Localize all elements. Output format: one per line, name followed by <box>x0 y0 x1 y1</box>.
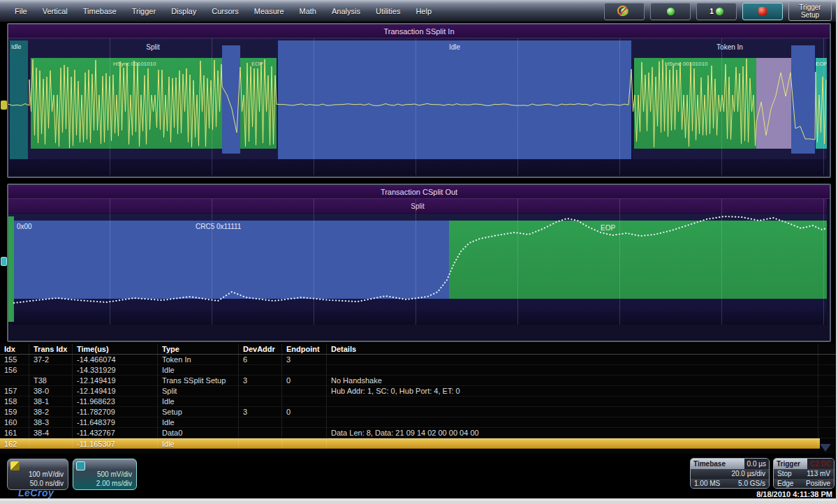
toolbar: 1 Trigger Setup <box>604 1 832 21</box>
trace-descriptor-box-1[interactable]: 100 mV/div 50.0 ns/div <box>7 459 68 490</box>
segment-green-sync <box>31 58 222 149</box>
menu-item-display[interactable]: Display <box>163 4 204 17</box>
menu-item-trigger[interactable]: Trigger <box>124 4 163 17</box>
menu-item-measure[interactable]: Measure <box>247 4 292 17</box>
table-cell <box>327 439 818 448</box>
menu-item-analysis[interactable]: Analysis <box>324 4 368 17</box>
timebase-label: Timebase <box>691 459 744 469</box>
table-cell <box>282 386 327 396</box>
col-header-trans-idx: Trans Idx <box>29 343 73 354</box>
table-cell: 158 <box>0 396 29 406</box>
trigger-box[interactable]: Trigger C2 DC Stop 113 mV Edge Positive <box>773 458 835 489</box>
table-cell: No Handshake <box>327 376 818 385</box>
table-cell: 157 <box>0 386 29 396</box>
status-bar: 100 mV/div 50.0 ns/div 500 mV/div 2.00 m… <box>0 454 838 501</box>
timebase-box[interactable]: Timebase 0.0 µs 20.0 µs/div 1.00 MS 5.0 … <box>690 458 770 489</box>
menu-item-math[interactable]: Math <box>292 4 324 17</box>
eop-label-right: EOP <box>816 61 827 67</box>
table-cell <box>327 407 818 417</box>
trace2-tdiv: 2.00 ms/div <box>78 479 132 488</box>
table-cell: -11.968623 <box>73 396 158 406</box>
trigger-single-button[interactable]: 1 <box>696 3 737 20</box>
table-row[interactable]: 156-14.331929Idle <box>0 365 838 376</box>
trigger-type: Edge <box>777 479 793 489</box>
trigger-setup-label-1: Trigger <box>799 3 821 11</box>
table-cell: Setup <box>158 407 239 417</box>
trigger-stop-button[interactable] <box>742 3 783 20</box>
table-cell <box>282 439 327 448</box>
menu-item-utilities[interactable]: Utilities <box>368 4 408 17</box>
table-body: 15537-2-14.466074Token In63156-14.331929… <box>0 355 838 449</box>
table-cell <box>239 386 282 396</box>
table-cell: Idle <box>158 396 239 406</box>
trace-descriptor-box-2[interactable]: 500 mV/div 2.00 ms/div <box>73 459 137 490</box>
menu-item-vertical[interactable]: Vertical <box>35 4 75 17</box>
table-row[interactable]: 15938-2-11.782709Setup30 <box>0 407 838 417</box>
table-cell <box>29 439 73 448</box>
table-cell: 155 <box>0 355 29 364</box>
table-row[interactable]: 162-11.165307Idle <box>0 438 820 449</box>
eop-label-mid: EOP <box>251 61 263 67</box>
trigger-slope: Positive <box>806 479 830 489</box>
trigger-setup-button[interactable]: Trigger Setup <box>788 1 832 21</box>
table-cell <box>282 396 327 406</box>
panel-bottom-waveform-area[interactable]: Split 0x00 CRC5 0x11111 EOP <box>8 199 827 325</box>
menu-item-help[interactable]: Help <box>408 4 439 17</box>
col-header-type: Type <box>158 343 239 354</box>
table-cell <box>239 439 282 448</box>
table-cell: 38-0 <box>29 386 73 396</box>
no-slash-icon <box>617 6 628 16</box>
trigger-normal-button[interactable] <box>650 3 691 20</box>
segment-idle-middle: Idle <box>278 40 631 159</box>
datetime-label: 8/18/2010 4:11:38 PM <box>756 490 832 498</box>
timebase-offset: 0.0 µs <box>744 459 769 469</box>
single-count-label: 1 <box>710 8 714 15</box>
hsync-label-right: HSync 00101010 <box>665 61 707 67</box>
frame-edge <box>0 498 836 501</box>
table-cell: 3 <box>239 376 282 385</box>
table-row[interactable]: 15537-2-14.466074Token In63 <box>0 355 838 365</box>
table-cell: Hub Addr: 1, SC: 0, Hub Port: 4, ET: 0 <box>327 386 818 396</box>
table-row[interactable]: T38-12.149419Trans SSplit Setup30No Hand… <box>0 376 838 386</box>
trace-marker-top <box>1 101 7 110</box>
table-cell: Trans SSplit Setup <box>158 376 239 385</box>
trigger-auto-button[interactable] <box>604 3 645 20</box>
table-cell: Idle <box>158 439 239 448</box>
segment-eop-right <box>816 58 827 149</box>
table-cell: -11.432767 <box>73 428 158 438</box>
scroll-down-icon[interactable] <box>820 444 831 452</box>
transaction-panel-top[interactable]: Transaction SSplit In Idle Split Idle To… <box>7 23 831 178</box>
table-cell: -14.331929 <box>73 365 158 375</box>
addr-label: 0x00 <box>17 223 32 230</box>
table-cell <box>282 417 327 427</box>
segment-green-sync-right <box>634 58 756 149</box>
table-cell: -11.648379 <box>73 417 158 427</box>
menu-item-timebase[interactable]: Timebase <box>75 4 124 17</box>
panel-top-waveform-area[interactable]: Idle Split Idle Token In HSync 00101010 … <box>8 38 827 175</box>
oscilloscope-screen: FileVerticalTimebaseTriggerDisplayCursor… <box>0 0 838 504</box>
lecroy-logo: LeCroy <box>18 487 54 498</box>
menu-item-cursors[interactable]: Cursors <box>204 4 247 17</box>
table-cell: Idle <box>158 417 239 427</box>
trace2-vdiv: 500 mV/div <box>78 470 132 479</box>
transaction-panel-bottom[interactable]: Transaction CSplit Out Split 0x00 CRC5 0… <box>7 184 831 342</box>
table-row[interactable]: 16038-3-11.648379Idle <box>0 417 838 428</box>
table-cell: 0 <box>282 407 327 417</box>
timebase-samples: 1.00 MS <box>694 479 720 489</box>
table-cell <box>327 365 818 375</box>
table-cell: -12.149419 <box>73 376 158 385</box>
table-cell: 6 <box>239 355 282 364</box>
table-row[interactable]: 16138-4-11.432767Data0Data Len: 8, Data:… <box>0 428 838 438</box>
trigger-source-badge: C2 DC <box>807 459 834 469</box>
col-header-devaddr: DevAddr <box>239 343 282 354</box>
transaction-table: Idx Trans Idx Time(us) Type DevAddr Endp… <box>0 343 838 454</box>
table-cell: Idle <box>158 365 239 375</box>
table-cell: 0 <box>282 376 327 385</box>
table-cell: 38-4 <box>29 428 73 438</box>
segment-blue-gap <box>222 45 240 154</box>
table-row[interactable]: 15838-1-11.968623Idle <box>0 396 838 407</box>
table-header-row: Idx Trans Idx Time(us) Type DevAddr Endp… <box>0 343 838 355</box>
table-row[interactable]: 15738-0-12.149419SplitHub Addr: 1, SC: 0… <box>0 386 838 396</box>
table-cell: 162 <box>0 439 29 448</box>
menu-item-file[interactable]: File <box>7 4 35 17</box>
